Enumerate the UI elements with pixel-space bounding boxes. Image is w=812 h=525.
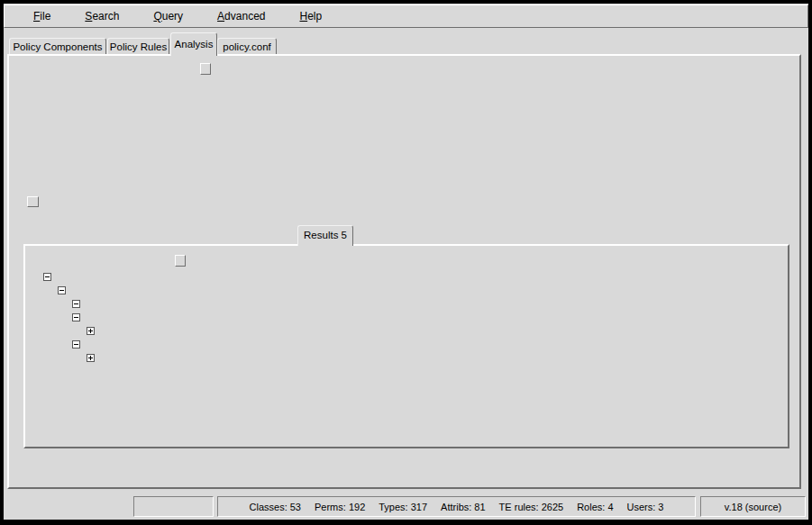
- menu-file[interactable]: File: [33, 10, 50, 23]
- status-stats: Classes: 53 Perms: 192 Types: 317 Attrib…: [217, 496, 696, 517]
- stat-roles: Roles: 4: [577, 502, 613, 512]
- sash-handle[interactable]: [200, 63, 211, 75]
- stat-attribs: Attribs: 81: [441, 502, 486, 512]
- sash-handle[interactable]: [27, 196, 39, 207]
- menu-help[interactable]: Help: [299, 10, 322, 23]
- stat-types: Types: 317: [379, 502, 427, 512]
- tree-toggle-icon[interactable]: [72, 340, 80, 348]
- tree-toggle-icon[interactable]: [43, 273, 51, 281]
- tab-policy-conf[interactable]: policy.conf: [217, 38, 277, 55]
- window-border: [0, 0, 4, 525]
- window-border: [0, 520, 812, 525]
- stat-te-rules: TE rules: 2625: [499, 502, 564, 512]
- tab-policy-components[interactable]: Policy Components: [9, 38, 106, 55]
- tree-toggle-icon[interactable]: [72, 313, 80, 321]
- tab-policy-rules[interactable]: Policy Rules: [107, 38, 169, 55]
- menu-search[interactable]: Search: [85, 10, 119, 23]
- menu-advanced[interactable]: Advanced: [217, 10, 265, 23]
- results-page-panel: [23, 244, 789, 448]
- menu-query[interactable]: Query: [153, 10, 183, 23]
- stat-users: Users: 3: [627, 502, 664, 512]
- apol-window: File Search Query Advanced Help Policy C…: [0, 0, 812, 525]
- tree-toggle-icon[interactable]: [72, 300, 80, 308]
- tree-toggle-icon[interactable]: [58, 286, 66, 294]
- status-left-box: [133, 496, 214, 517]
- sash-handle[interactable]: [175, 255, 186, 267]
- stat-classes: Classes: 53: [250, 502, 301, 512]
- window-border: [0, 0, 812, 4]
- results-tab-5[interactable]: Results 5: [297, 225, 353, 246]
- tree-toggle-icon[interactable]: [87, 327, 95, 335]
- tree-toggle-icon[interactable]: [87, 354, 95, 362]
- menu-bar: File Search Query Advanced Help: [4, 5, 808, 28]
- tab-analysis[interactable]: Analysis: [170, 32, 217, 56]
- status-version: v.18 (source): [700, 496, 806, 517]
- stat-perms: Perms: 192: [315, 502, 365, 512]
- window-border: [808, 0, 812, 525]
